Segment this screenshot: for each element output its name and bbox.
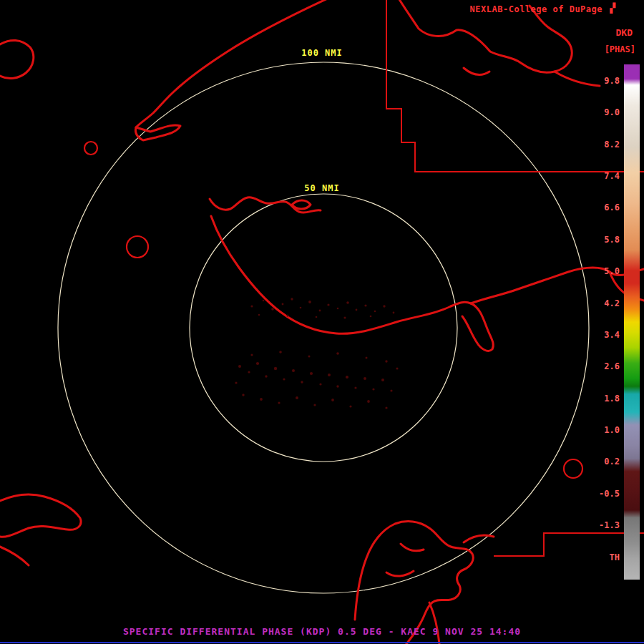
colorbar-tick-label: 0.2: [585, 457, 620, 467]
range-rings: [58, 62, 589, 593]
outer-ring-label: 100 NMI: [301, 48, 343, 58]
kdp-colorbar: [624, 64, 640, 580]
radar-map-overlay: [0, 0, 644, 644]
colorbar-tick-label: 8.2: [585, 140, 620, 150]
colorbar-tick-label: 5.8: [585, 235, 620, 245]
colorbar-tick-label: -1.3: [585, 520, 620, 530]
colorbar-tick-label: 6.6: [585, 203, 620, 213]
colorbar-tick-label: 5.0: [585, 266, 620, 276]
inner-ring-label: 50 NMI: [304, 183, 339, 193]
radar-clutter-echoes: [235, 298, 398, 409]
coastline-paths: [0, 0, 644, 644]
colorbar-tick-label: 9.0: [585, 107, 620, 117]
colorbar-tick-label: -0.5: [585, 489, 620, 499]
colorbar-tick-label: 1.8: [585, 394, 620, 404]
colorbar-tick-label: 4.2: [585, 298, 620, 308]
brand-title: NEXLAB-College of DuPage: [470, 4, 602, 14]
colorbar-tick-label: 1.0: [585, 425, 620, 435]
colorbar-tick-label: 7.4: [585, 171, 620, 181]
product-caption: SPECIFIC DIFFERENTIAL PHASE (KDP) 0.5 DE…: [0, 626, 644, 637]
bottom-border-line: [0, 642, 644, 643]
cod-logo-icon: ▞: [610, 3, 615, 14]
colorbar-tick-label: TH: [585, 552, 620, 562]
colorbar-tick-label: 2.6: [585, 361, 620, 371]
colorbar-tick-label: 3.4: [585, 330, 620, 340]
product-unit-label: [PHAS]: [605, 44, 635, 54]
range-ring-100nmi: [58, 62, 589, 593]
radar-display: 100 NMI 50 NMI NEXLAB-College of DuPage …: [0, 0, 644, 644]
colorbar-tick-label: 9.8: [585, 76, 620, 86]
range-ring-50nmi: [190, 194, 457, 462]
product-code-label: DKD: [616, 27, 633, 38]
